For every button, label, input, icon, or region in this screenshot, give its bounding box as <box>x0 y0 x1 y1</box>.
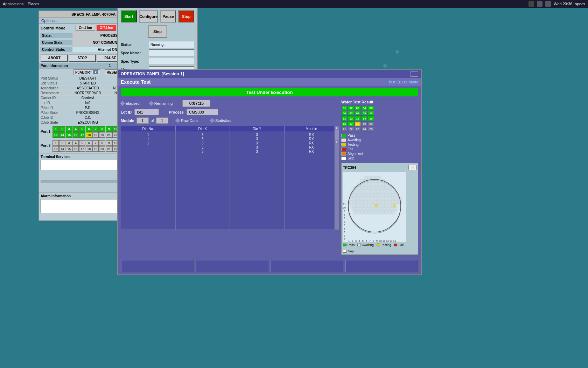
svg-rect-82 <box>357 193 360 197</box>
spec-name-label: Spec Name: <box>121 51 149 55</box>
svg-rect-150 <box>394 207 397 211</box>
port1-cell-20: 20 <box>99 132 105 138</box>
module-2: RX <box>285 137 338 141</box>
data-table-body: 1 1 1 3 3 3 3 3 <box>121 131 339 230</box>
svg-text:7: 7 <box>344 217 345 219</box>
port1-cell-13: 13 <box>52 132 59 138</box>
svg-rect-146 <box>380 207 383 211</box>
pjob-id-1: PJ1 <box>72 106 104 110</box>
svg-rect-60 <box>368 186 371 190</box>
wm-legend-testing: Testing <box>377 243 391 247</box>
svg-rect-70 <box>362 190 365 193</box>
svg-rect-89 <box>382 193 385 197</box>
status-value: Running... <box>149 41 194 48</box>
op-btn-1[interactable] <box>121 260 194 272</box>
svg-text:2: 2 <box>344 234 345 237</box>
svg-text:12: 12 <box>386 240 389 242</box>
wafer-cell-01: 01 <box>341 105 348 110</box>
module-4: RX <box>285 145 338 149</box>
menu-options[interactable]: Options - <box>41 19 57 23</box>
port1-cell-6: 6 <box>86 126 92 132</box>
legend-awaiting-label: Awaiting <box>348 138 361 142</box>
svg-rect-86 <box>371 193 374 197</box>
die-x-col: 3 3 3 3 3 <box>176 131 230 230</box>
svg-rect-69 <box>359 190 362 193</box>
step-button[interactable]: Step <box>148 25 167 38</box>
raw-data-radio[interactable]: Raw Data <box>176 118 198 123</box>
spec-type-label: Spec Type: <box>121 60 149 63</box>
wm-legend-testing-label: Testing <box>381 243 391 247</box>
taskbar-places[interactable]: Places <box>28 2 39 6</box>
port2-cell-1: 1 <box>52 140 59 146</box>
wm-legend-fail-box <box>394 244 397 246</box>
svg-rect-44 <box>374 179 378 183</box>
svg-rect-83 <box>360 193 364 197</box>
svg-rect-149 <box>390 207 393 211</box>
svg-rect-91 <box>388 193 392 197</box>
svg-rect-95 <box>353 197 356 200</box>
op-btn-4[interactable] <box>345 260 418 272</box>
port2-cell-15: 15 <box>66 146 72 152</box>
op-btn-3[interactable] <box>271 260 343 272</box>
table-scroll-thumb[interactable] <box>335 130 339 140</box>
wafer-cell-11: 11 <box>341 116 348 121</box>
wafer-cell-12: 12 <box>348 116 354 121</box>
abort-button[interactable]: ABORT <box>41 54 68 62</box>
svg-rect-133 <box>382 204 385 207</box>
table-scrollbar[interactable]: ▲ ▼ <box>334 126 339 230</box>
taskbar-apps[interactable]: Applications <box>3 2 23 6</box>
svg-rect-103 <box>381 197 384 200</box>
wafer-cell-07: 07 <box>348 111 354 116</box>
pjabort-button[interactable]: PJABORT ▼ <box>74 69 100 75</box>
module-col: RX RX RX RX RX <box>285 131 339 230</box>
statistics-label: Statistics <box>215 118 231 123</box>
raw-data-diamond-icon <box>175 118 180 123</box>
svg-rect-88 <box>378 193 381 197</box>
svg-rect-157 <box>374 211 378 214</box>
op-minimize-button[interactable]: — <box>411 71 418 77</box>
svg-rect-106 <box>391 197 394 200</box>
svg-rect-122 <box>395 200 398 204</box>
svg-rect-64 <box>382 186 385 190</box>
display-icon <box>537 1 542 7</box>
elapsed-label-container: Elapsed <box>121 101 140 105</box>
wm-legend-skip-box <box>343 250 346 253</box>
radio-row: Raw Data Statistics <box>176 118 231 123</box>
lot-id-value-op: lot1 <box>134 109 159 115</box>
lot-row: Lot ID lot1 Process CMS300 <box>121 109 339 115</box>
start-button[interactable]: Start <box>121 10 137 22</box>
wafer-map-expand-button[interactable]: ⬜ <box>408 165 416 170</box>
wm-legend-awaiting-label: Awaiting <box>362 243 374 247</box>
svg-rect-131 <box>374 204 378 207</box>
statistics-radio[interactable]: Statistics <box>210 118 231 123</box>
run-step-row: Step <box>118 25 197 40</box>
svg-rect-127 <box>360 204 364 207</box>
taskbar-left: Applications Places <box>3 2 39 6</box>
wm-legend-awaiting: Awaiting <box>357 243 374 247</box>
port1-cell-21: 21 <box>106 132 112 138</box>
offline-button[interactable]: Off-Line <box>97 25 116 31</box>
svg-rect-99 <box>367 197 370 200</box>
die-y-3: 3 <box>231 141 284 145</box>
configure-button[interactable]: Configure <box>139 10 158 22</box>
online-button[interactable]: On-Line <box>76 25 95 31</box>
status-label: Status: <box>121 43 149 47</box>
pause-button-run[interactable]: Pause <box>160 10 176 22</box>
svg-rect-101 <box>374 197 377 200</box>
module-5: RX <box>285 150 338 154</box>
spec-name-row: Spec Name: <box>121 49 194 56</box>
svg-rect-143 <box>369 207 372 211</box>
svg-rect-156 <box>371 211 374 214</box>
port1-cell-7: 7 <box>92 126 99 132</box>
statistics-diamond-icon <box>210 118 215 123</box>
svg-text:1: 1 <box>348 240 350 242</box>
op-btn-2[interactable] <box>196 260 268 272</box>
module-total: 1 <box>156 117 168 124</box>
svg-rect-113 <box>363 200 366 204</box>
wafer-cell-09: 09 <box>361 111 368 116</box>
module-1: RX <box>285 133 338 137</box>
stop-button[interactable]: STOP <box>69 54 96 62</box>
die-y-5: 3 <box>231 150 284 154</box>
stop-button-run[interactable]: Stop <box>178 10 194 22</box>
port2-cell-19: 19 <box>92 146 99 152</box>
